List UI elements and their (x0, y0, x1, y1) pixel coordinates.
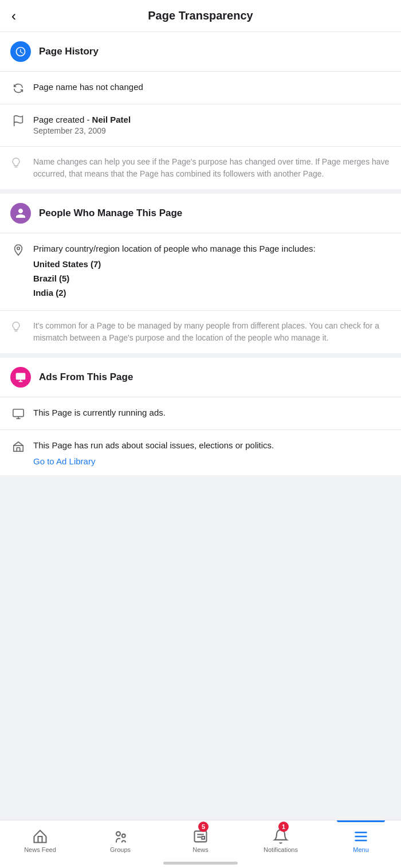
svg-rect-5 (13, 409, 23, 416)
page-title: Page Transparency (148, 9, 253, 22)
page-history-section: Page History Page name has not changed P… (0, 32, 401, 189)
location-content: Primary country/region location of peopl… (33, 243, 391, 301)
ads-section: Ads From This Page This Page is currentl… (0, 358, 401, 475)
news-label: News (192, 846, 209, 853)
clock-icon (15, 46, 26, 57)
building-icon (10, 440, 26, 453)
nav-item-groups[interactable]: Groups (80, 820, 160, 857)
country-item: India (2) (33, 287, 391, 299)
country-item: Brazil (5) (33, 272, 391, 284)
page-header: ‹ Page Transparency (0, 0, 401, 32)
bottom-nav: News Feed Groups 5 News 1 Notifications (0, 820, 401, 868)
lightbulb-icon-2 (10, 321, 26, 335)
ads-title: Ads From This Page (39, 372, 133, 383)
svg-point-13 (122, 834, 125, 838)
page-history-header: Page History (0, 32, 401, 72)
svg-rect-8 (14, 445, 23, 451)
location-icon (10, 244, 26, 256)
nav-item-newsfeed[interactable]: News Feed (0, 820, 80, 857)
groups-icon (112, 828, 128, 844)
monitor-icon (10, 408, 26, 420)
menu-icon (353, 828, 369, 844)
svg-point-1 (17, 247, 20, 250)
ads-header: Ads From This Page (0, 358, 401, 397)
news-badge: 5 (198, 822, 209, 832)
country-list: United States (7) Brazil (5) India (2) (33, 258, 391, 299)
running-ads-text: This Page is currently running ads. (33, 406, 391, 419)
running-ads-item: This Page is currently running ads. (0, 397, 401, 430)
flag-icon (10, 115, 26, 127)
svg-rect-2 (16, 373, 26, 380)
ads-icon (10, 367, 31, 388)
page-history-title: Page History (39, 46, 99, 57)
notifications-badge: 1 (278, 822, 289, 832)
person-icon (15, 208, 26, 219)
ads-monitor-icon (15, 372, 26, 383)
people-manage-header: People Who Manage This Page (0, 194, 401, 233)
page-history-info: Name changes can help you see if the Pag… (0, 147, 401, 189)
ad-library-link[interactable]: Go to Ad Library (10, 456, 95, 466)
location-item: Primary country/region location of peopl… (0, 233, 401, 311)
groups-label: Groups (110, 846, 131, 853)
social-issues-item: This Page has run ads about social issue… (0, 430, 401, 475)
newsfeed-label: News Feed (24, 846, 56, 853)
page-history-info-text: Name changes can help you see if the Pag… (33, 156, 391, 180)
flag-outline-icon (12, 115, 25, 127)
refresh-icon (12, 82, 25, 95)
people-manage-title: People Who Manage This Page (39, 208, 182, 219)
country-item: United States (7) (33, 258, 391, 270)
notifications-label: Notifications (264, 846, 298, 853)
back-button[interactable]: ‹ (11, 8, 16, 24)
lightbulb-icon (10, 157, 26, 171)
svg-point-12 (116, 832, 120, 836)
name-change-icon (10, 82, 26, 95)
page-history-icon (10, 41, 31, 62)
people-manage-info-text: It's common for a Page to be managed by … (33, 320, 391, 344)
home-indicator (163, 862, 238, 865)
people-manage-info: It's common for a Page to be managed by … (0, 311, 401, 353)
social-issues-text: This Page has run ads about social issue… (33, 439, 274, 451)
people-manage-section: People Who Manage This Page Primary coun… (0, 194, 401, 353)
home-icon (32, 828, 48, 844)
nav-item-notifications[interactable]: 1 Notifications (241, 820, 321, 857)
people-manage-icon (10, 203, 31, 224)
page-created-text: Page created - Neil Patel September 23, … (33, 114, 391, 137)
name-change-item: Page name has not changed (0, 72, 401, 104)
page-created-item: Page created - Neil Patel September 23, … (0, 104, 401, 147)
name-change-text: Page name has not changed (33, 81, 391, 93)
nav-item-menu[interactable]: Menu (321, 820, 401, 857)
menu-label: Menu (353, 846, 369, 853)
nav-item-news[interactable]: 5 News (160, 820, 241, 857)
svg-rect-17 (202, 836, 205, 839)
